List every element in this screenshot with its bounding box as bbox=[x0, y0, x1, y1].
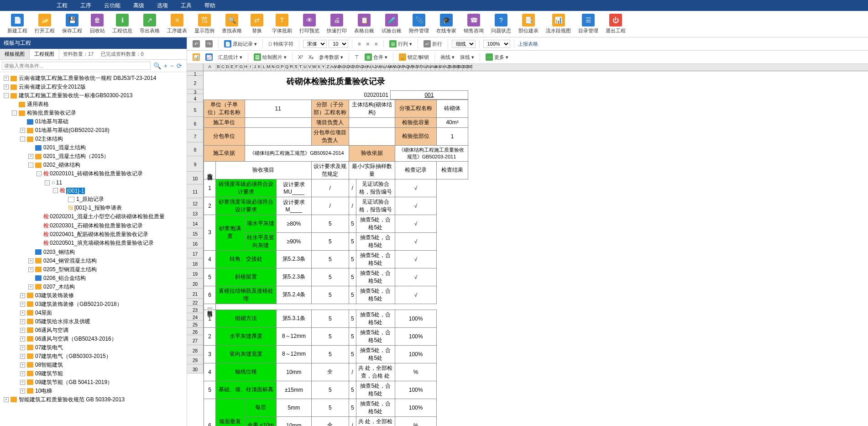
row-19[interactable]: 19 bbox=[187, 268, 204, 279]
col-D[interactable]: D bbox=[225, 64, 230, 71]
row-14[interactable]: 14 bbox=[187, 218, 204, 228]
tree-toggle[interactable]: + bbox=[20, 389, 25, 394]
upload-link[interactable]: 上报表格 bbox=[518, 41, 538, 47]
align-left-button[interactable]: ≡ bbox=[356, 40, 362, 47]
row-10[interactable]: 10 bbox=[187, 172, 204, 184]
col-BB[interactable]: BB bbox=[454, 64, 458, 71]
main-row[interactable]: 1砖强度等级必须符合设计要求设计要求MU____//见证试验合格，报告编号√ bbox=[204, 179, 468, 197]
column-ruler[interactable]: ABCDEFGHIJKLMNOPQRSTUVWXYZAAABACADAEAFAG… bbox=[204, 64, 868, 71]
main-row[interactable]: 5斜槎留置第5.2.3条55抽查5处，合格5处√ bbox=[204, 268, 468, 286]
col-R[interactable]: R bbox=[289, 64, 294, 71]
lock-button[interactable]: 🔒锁定/解锁 bbox=[397, 53, 431, 62]
row-7[interactable]: 7 bbox=[187, 130, 204, 142]
search-input[interactable] bbox=[2, 62, 151, 70]
row-2[interactable]: 2 bbox=[187, 76, 204, 89]
row-13[interactable]: 13 bbox=[187, 208, 204, 218]
col-AC[interactable]: AC bbox=[340, 64, 344, 71]
tree-label[interactable]: 08智能建筑 bbox=[35, 362, 63, 368]
ribbon-表格台账[interactable]: 📋表格台账 bbox=[350, 13, 378, 35]
col-AA[interactable]: AA bbox=[330, 64, 335, 71]
tree-node[interactable]: +04屋面 bbox=[0, 309, 187, 317]
col-H[interactable]: H bbox=[244, 64, 248, 71]
tree-node[interactable]: +云南省建筑工程施工质量验收统一规程 DBJ53/T-23-2014 bbox=[0, 74, 187, 83]
tree-node[interactable]: -0202_砌体结构 bbox=[0, 161, 187, 169]
ribbon-保存工程[interactable]: 💾保存工程 bbox=[58, 13, 86, 35]
gen-row[interactable]: 1组砌方法第5.3.1条55抽查5处，合格5处100% bbox=[204, 310, 468, 327]
tree-node[interactable]: 01地基与基础 bbox=[0, 117, 187, 126]
tree-node[interactable]: +03建筑装饰装修 bbox=[0, 291, 187, 300]
original-record-button[interactable]: 📄原始记录 ▾ bbox=[222, 39, 259, 48]
ribbon-流水段视图[interactable]: 📊流水段视图 bbox=[542, 13, 575, 35]
main-row[interactable]: 3砂浆饱满度墙水平灰缝≥80%55抽查5处，合格5处√ bbox=[204, 215, 468, 232]
col-AV[interactable]: AV bbox=[426, 64, 431, 71]
gen-row[interactable]: 4轴线位移10mm全/共 处，全部检查，合格 处% bbox=[204, 363, 468, 381]
menu-工序[interactable]: 工序 bbox=[74, 2, 98, 10]
menu-高级[interactable]: 高级 bbox=[127, 2, 151, 10]
tree-label[interactable]: 10电梯 bbox=[35, 388, 52, 394]
col-W[interactable]: W bbox=[312, 64, 317, 71]
col-Q[interactable]: Q bbox=[285, 64, 289, 71]
row-28[interactable]: 28 bbox=[187, 345, 204, 355]
remove-icon[interactable]: − bbox=[170, 62, 174, 69]
row-15[interactable]: 15 bbox=[187, 228, 204, 238]
ribbon-导出表格[interactable]: ↗导出表格 bbox=[136, 13, 163, 35]
col-AU[interactable]: AU bbox=[422, 64, 426, 71]
tree-label[interactable]: 1_原始记录 bbox=[76, 196, 104, 202]
row-6[interactable]: 6 bbox=[187, 117, 204, 130]
col-BD[interactable]: BD bbox=[463, 64, 467, 71]
size-select[interactable]: 10 bbox=[329, 40, 348, 48]
tree-label[interactable]: 03建筑装饰装修 bbox=[35, 292, 74, 299]
tree-node[interactable]: +0201_混凝土结构（2015） bbox=[0, 152, 187, 161]
ribbon-问题状态[interactable]: ?问题状态 bbox=[487, 13, 515, 35]
menu-帮助[interactable]: 帮助 bbox=[198, 2, 222, 10]
tree-toggle[interactable]: + bbox=[20, 293, 25, 298]
tree-node[interactable]: 检02020201_混凝土小型空心砌块砌体检验批质量 bbox=[0, 212, 187, 221]
tree-label[interactable]: 0203_钢结构 bbox=[43, 249, 75, 255]
row-18[interactable]: 18 bbox=[187, 258, 204, 268]
ribbon-工程信息[interactable]: ℹ工程信息 bbox=[109, 13, 136, 35]
subscript-button[interactable]: X₂ bbox=[307, 53, 315, 61]
tree-toggle[interactable]: + bbox=[20, 128, 25, 133]
col-AI[interactable]: AI bbox=[367, 64, 371, 71]
row-21[interactable]: 21 bbox=[187, 289, 204, 299]
ribbon-退出工程[interactable]: ⏻退出工程 bbox=[602, 13, 629, 35]
col-AX[interactable]: AX bbox=[435, 64, 440, 71]
summary-button[interactable]: 汇总统计 ▾ bbox=[216, 53, 244, 62]
col-Z[interactable]: Z bbox=[326, 64, 330, 71]
more-button[interactable]: ⋯更多 ▾ bbox=[484, 53, 510, 62]
tree-label[interactable]: 01地基与基础 bbox=[35, 118, 68, 125]
tree-label[interactable]: 09建筑节能（GB 50411-2019） bbox=[35, 379, 113, 385]
col-AH[interactable]: AH bbox=[362, 64, 367, 71]
tree-label[interactable]: 02020501_填充墙砌体检验批质量验收记录 bbox=[50, 240, 154, 247]
tree-label[interactable]: 09建筑节能 bbox=[35, 370, 63, 377]
tree-label[interactable]: 智能建筑工程质量验收规范 GB 50339-2013 bbox=[19, 396, 125, 403]
tree-label[interactable]: 检验批质量验收记录 bbox=[27, 110, 76, 116]
col-S[interactable]: S bbox=[294, 64, 298, 71]
col-AQ[interactable]: AQ bbox=[403, 64, 408, 71]
col-AL[interactable]: AL bbox=[381, 64, 385, 71]
tree-toggle[interactable]: - bbox=[45, 180, 50, 185]
ref-data-button[interactable]: 参考数据 ▾ bbox=[317, 53, 345, 62]
col-AG[interactable]: AG bbox=[358, 64, 362, 71]
tree-toggle[interactable]: + bbox=[20, 371, 25, 376]
col-V[interactable]: V bbox=[308, 64, 312, 71]
col-X[interactable]: X bbox=[317, 64, 321, 71]
gen-row[interactable]: 6墙面垂直度每层5mm55抽查5处，合格5处100% bbox=[204, 399, 468, 416]
ribbon-在线专家[interactable]: 🎓在线专家 bbox=[433, 13, 460, 35]
tree-toggle[interactable]: - bbox=[20, 137, 25, 142]
row-26[interactable]: 26 bbox=[187, 328, 204, 335]
tree-toggle[interactable]: + bbox=[4, 76, 9, 81]
col-G[interactable]: G bbox=[239, 64, 244, 71]
tree-label[interactable]: 建筑工程施工质量验收统一标准GB50300-2013 bbox=[19, 92, 132, 99]
tree-toggle[interactable]: - bbox=[37, 171, 42, 176]
tree-label[interactable]: 02020201_混凝土小型空心砌块砌体检验批质量 bbox=[50, 214, 165, 220]
tree-label[interactable]: [001]-1 bbox=[66, 188, 85, 194]
col-AR[interactable]: AR bbox=[408, 64, 413, 71]
tab-template-view[interactable]: 模板视图 bbox=[0, 49, 30, 59]
col-AM[interactable]: AM bbox=[385, 64, 390, 71]
col-AW[interactable]: AW bbox=[431, 64, 435, 71]
row-29[interactable]: 29 bbox=[187, 355, 204, 364]
tree-node[interactable]: +01地基与基础(GB50202-2018) bbox=[0, 126, 187, 135]
ribbon-附件管理[interactable]: 📎附件管理 bbox=[405, 13, 433, 35]
col-AZ[interactable]: AZ bbox=[444, 64, 449, 71]
